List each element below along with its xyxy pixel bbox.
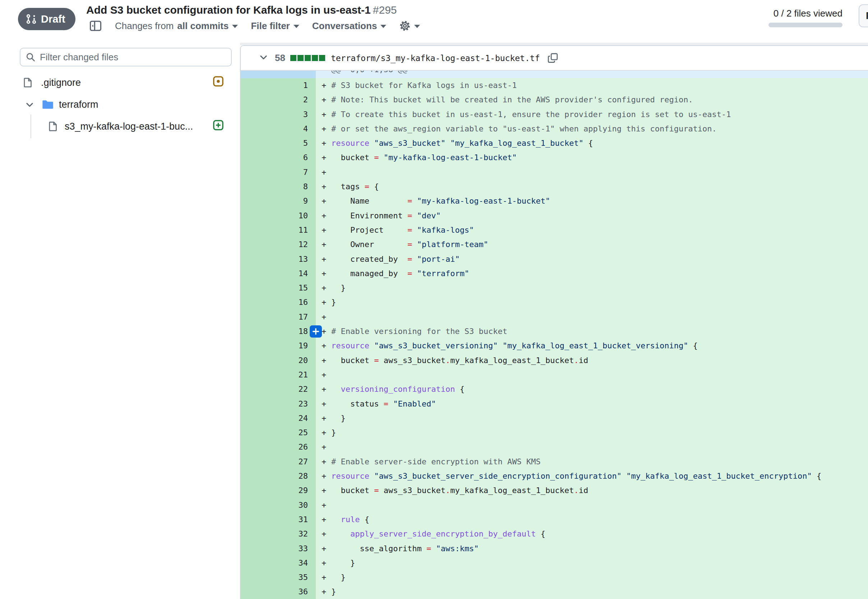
diff-line-content: + status = "Enabled": [316, 397, 868, 411]
diff-line-number[interactable]: 30: [241, 498, 316, 512]
gear-icon: [399, 20, 411, 32]
diff-file-card: 58 terraform/s3_my-kafka-log-east-1-buck…: [240, 45, 868, 599]
diff-line-number[interactable]: 9: [241, 194, 316, 208]
diff-line-number[interactable]: 5: [241, 136, 316, 151]
diff-line-number[interactable]: 14: [241, 266, 316, 281]
diff-line-number[interactable]: 27: [241, 455, 316, 469]
copy-file-path-button[interactable]: [547, 53, 558, 63]
diff-line-number[interactable]: 24: [241, 411, 316, 426]
diff-line-content: +: [316, 498, 868, 512]
diff-line: 32+ apply_server_side_encryption_by_defa…: [241, 527, 868, 541]
diff-code-lines: 1+# S3 bucket for Kafka logs in us-east-…: [241, 78, 868, 599]
changes-from-dropdown[interactable]: Changes from all commits: [115, 21, 238, 32]
diff-line-number[interactable]: 10: [241, 209, 316, 223]
diff-addition-marker: +: [321, 194, 331, 208]
diff-line: 8+ tags = {: [241, 179, 868, 194]
diff-line: 24+ }: [241, 411, 868, 426]
diff-addition-marker: +: [321, 209, 331, 223]
diff-addition-marker: +: [321, 339, 331, 353]
search-icon: [26, 52, 36, 62]
diff-line-number[interactable]: 32: [241, 527, 316, 541]
diff-line-number[interactable]: 20: [241, 354, 316, 368]
diff-line-number[interactable]: 15: [241, 281, 316, 295]
diff-addition-marker: +: [321, 165, 331, 179]
diff-line-number[interactable]: 18: [241, 324, 316, 339]
tree-item-s3-bucket-file[interactable]: s3_my-kafka-log-east-1-buc...: [20, 116, 232, 137]
diff-line-number[interactable]: 8: [241, 179, 316, 194]
diff-line: 31+ rule {: [241, 512, 868, 527]
review-changes-button-partial[interactable]: R: [859, 4, 868, 27]
collapse-file-chevron[interactable]: [259, 53, 268, 63]
diff-line-number[interactable]: 1: [241, 78, 316, 93]
chevron-down-icon: [259, 53, 268, 62]
diff-line-content: +# S3 bucket for Kafka logs in us-east-1: [316, 78, 868, 93]
diff-line-number[interactable]: 23: [241, 397, 316, 411]
scroll-gutter-strip: [240, 43, 868, 45]
tree-indent-guide: [30, 114, 31, 138]
diff-line-number[interactable]: 19: [241, 339, 316, 353]
pr-number: #295: [373, 4, 397, 16]
diff-line-number[interactable]: 34: [241, 556, 316, 570]
diff-line-content: +# Enable server-side encryption with AW…: [316, 455, 868, 469]
files-viewed-progress-bar: [769, 23, 842, 27]
file-filter-dropdown[interactable]: File filter: [251, 21, 299, 32]
draft-badge: Draft: [18, 8, 75, 30]
diff-line-number[interactable]: 7: [241, 165, 316, 179]
diff-addition-marker: +: [321, 136, 331, 151]
diff-line-content: +}: [316, 585, 868, 599]
diff-line-number[interactable]: 3: [241, 107, 316, 122]
diff-addition-marker: +: [321, 310, 331, 324]
diff-line: 28+resource "aws_s3_bucket_server_side_e…: [241, 469, 868, 483]
diff-line-content: + }: [316, 411, 868, 426]
diff-line-number[interactable]: 28: [241, 469, 316, 483]
diff-line-number[interactable]: 35: [241, 570, 316, 585]
diff-line: 10+ Environment = "dev": [241, 209, 868, 223]
diff-line-content: +resource "aws_s3_bucket_server_side_enc…: [316, 469, 868, 483]
diff-addition-marker: +: [321, 266, 331, 281]
diff-line-number[interactable]: 12: [241, 237, 316, 252]
diff-line-number[interactable]: 29: [241, 483, 316, 498]
diff-line: 34+ }: [241, 556, 868, 570]
diff-line-content: + }: [316, 570, 868, 585]
diff-line-number[interactable]: 11: [241, 223, 316, 237]
diff-line-number[interactable]: 31: [241, 512, 316, 527]
filter-changed-files-input[interactable]: [40, 52, 226, 63]
diff-line-number[interactable]: 36: [241, 585, 316, 599]
tree-item-terraform-folder[interactable]: terraform: [20, 95, 232, 114]
collapse-sidebar-button[interactable]: [89, 20, 102, 32]
diff-line-content: +: [316, 440, 868, 454]
diff-line: 23+ status = "Enabled": [241, 397, 868, 411]
diff-line-number[interactable]: 17: [241, 310, 316, 324]
diff-line-number[interactable]: 6: [241, 151, 316, 165]
file-tree: .gitignore terraform: [20, 72, 232, 137]
diff-line-number[interactable]: 33: [241, 542, 316, 556]
diff-line: 27+# Enable server-side encryption with …: [241, 455, 868, 469]
add-comment-button[interactable]: [310, 325, 322, 337]
diff-addition-marker: +: [321, 78, 331, 93]
diff-line-number[interactable]: 25: [241, 426, 316, 440]
diff-line-content: + managed_by = "terraform": [316, 266, 868, 281]
diff-line: 7+: [241, 165, 868, 179]
conversations-dropdown[interactable]: Conversations: [312, 21, 387, 32]
file-added-icon: [213, 120, 224, 133]
diff-addition-marker: +: [321, 397, 331, 411]
diff-line-number[interactable]: 2: [241, 93, 316, 107]
chevron-down-icon: [25, 100, 35, 110]
diff-line-number[interactable]: 16: [241, 295, 316, 310]
diff-line-content: +: [316, 165, 868, 179]
diff-addition-marker: +: [321, 382, 331, 396]
diff-settings-dropdown[interactable]: [399, 20, 420, 32]
filter-changed-files-box: [20, 48, 232, 66]
diff-line-number[interactable]: 21: [241, 368, 316, 382]
diff-line: 3+# To create this bucket in us-east-1, …: [241, 107, 868, 122]
files-viewed-counter: 0 / 2 files viewed: [773, 8, 842, 19]
diff-line: 9+ Name = "my-kafka-log-east-1-bucket": [241, 194, 868, 208]
diff-line-number[interactable]: 26: [241, 440, 316, 454]
diff-line-number[interactable]: 22: [241, 382, 316, 396]
diff-line-number[interactable]: 4: [241, 122, 316, 136]
tree-item-gitignore[interactable]: .gitignore: [20, 72, 232, 93]
diff-addition-marker: +: [321, 483, 331, 498]
plus-icon: [312, 328, 320, 336]
diff-line-number[interactable]: 13: [241, 252, 316, 266]
diff-addition-marker: +: [321, 556, 331, 570]
